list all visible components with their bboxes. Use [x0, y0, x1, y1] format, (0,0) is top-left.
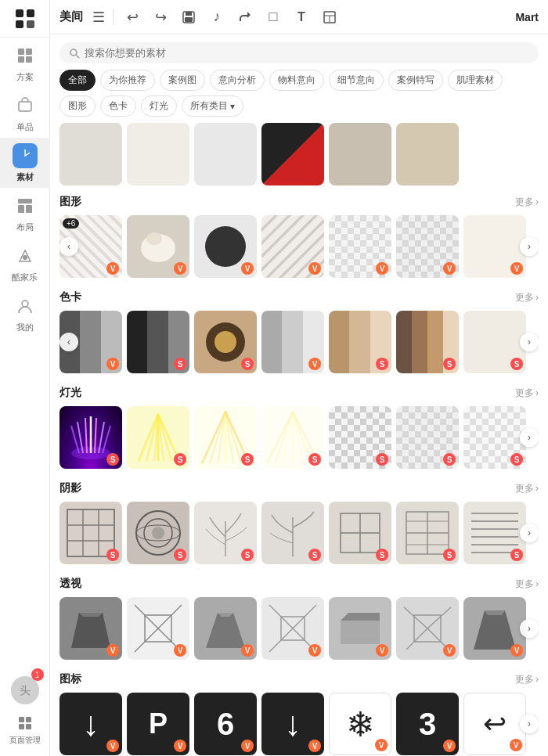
section-shape-more[interactable]: 更多 ›: [515, 196, 539, 209]
color-item-7[interactable]: S: [463, 311, 526, 373]
section-icon-more[interactable]: 更多 ›: [515, 673, 539, 686]
page-mgmt-item[interactable]: 头 1: [0, 670, 50, 711]
light-item-4[interactable]: S: [261, 406, 324, 469]
svg-rect-17: [19, 717, 24, 722]
svg-rect-11: [18, 205, 24, 213]
tag-intent[interactable]: 意向分析: [210, 70, 265, 91]
preview-thumb-1[interactable]: [59, 123, 122, 185]
text-button[interactable]: T: [290, 6, 312, 28]
light-item-6[interactable]: S: [396, 406, 459, 469]
persp-item-5[interactable]: V: [329, 597, 391, 660]
sidebar-item-page-mgmt[interactable]: 页面管理: [0, 711, 50, 750]
sidebar-item-product[interactable]: 单品: [0, 88, 50, 138]
svg-point-13: [23, 255, 27, 260]
sidebar-item-material[interactable]: 素材: [0, 138, 50, 188]
badge-v: V: [241, 644, 254, 657]
tag-light[interactable]: 灯光: [141, 95, 177, 117]
share-button[interactable]: [234, 6, 256, 28]
tag-color[interactable]: 色卡: [100, 95, 136, 117]
color-nav-right[interactable]: ›: [520, 333, 539, 351]
light-nav-right[interactable]: ›: [520, 428, 539, 447]
redo-button[interactable]: ↪: [150, 6, 171, 28]
persp-item-1[interactable]: V: [59, 597, 122, 660]
preview-thumb-4[interactable]: [261, 123, 324, 185]
tag-material-intent[interactable]: 物料意向: [269, 70, 324, 91]
shadow-item-4[interactable]: S: [261, 502, 324, 564]
shadow-item-1[interactable]: S: [59, 502, 122, 564]
icon-item-3[interactable]: 6 V: [194, 693, 257, 755]
shape-item-5[interactable]: V: [329, 215, 391, 278]
section-color-more[interactable]: 更多 ›: [515, 291, 539, 304]
persp-item-6[interactable]: V: [396, 597, 459, 660]
persp-item-7[interactable]: V: [463, 597, 526, 660]
color-item-5[interactable]: S: [329, 311, 391, 373]
tag-texture[interactable]: 肌理素材: [448, 70, 503, 91]
color-item-3[interactable]: S: [194, 311, 257, 373]
preview-thumb-5[interactable]: [329, 123, 391, 185]
badge-v: V: [308, 262, 321, 275]
persp-item-3[interactable]: V: [194, 597, 257, 660]
tag-all[interactable]: 全部: [59, 70, 96, 91]
notification-badge: 1: [31, 668, 44, 681]
light-item-5[interactable]: S: [329, 406, 391, 469]
color-item-4[interactable]: V: [261, 311, 324, 373]
icon-item-2[interactable]: P V: [127, 693, 189, 755]
undo-button[interactable]: ↩: [121, 6, 143, 28]
light-item-7[interactable]: S: [463, 406, 526, 469]
svg-rect-23: [185, 17, 193, 22]
sidebar-item-mine[interactable]: 我的: [0, 288, 50, 338]
tag-all-types[interactable]: 所有类目 ▾: [182, 95, 243, 117]
shape-nav-left[interactable]: ‹: [59, 237, 78, 256]
table-button[interactable]: [319, 6, 341, 28]
light-item-1[interactable]: S: [59, 406, 122, 469]
persp-item-2[interactable]: V: [127, 597, 189, 660]
color-item-2[interactable]: S: [127, 311, 189, 373]
sidebar-item-decor[interactable]: 酷家乐: [0, 238, 50, 288]
shadow-item-7[interactable]: S: [463, 502, 526, 564]
frame-button[interactable]: □: [262, 6, 284, 28]
icon-item-1[interactable]: ↓ V: [59, 693, 122, 755]
section-shadow-more[interactable]: 更多 ›: [515, 482, 539, 495]
tag-recommend[interactable]: 为你推荐: [100, 70, 155, 91]
icon-nav-right[interactable]: ›: [520, 715, 539, 733]
shape-item-6[interactable]: V: [396, 215, 459, 278]
content-panel[interactable]: 全部 为你推荐 案例图 意向分析 物料意向 细节意向 案例特写 肌理素材 图形 …: [50, 34, 548, 756]
color-item-6[interactable]: S: [396, 311, 459, 373]
persp-nav-right[interactable]: ›: [520, 619, 539, 638]
shape-item-3[interactable]: V: [194, 215, 257, 278]
shape-nav-right[interactable]: ›: [520, 237, 539, 256]
shadow-item-5[interactable]: S: [329, 502, 391, 564]
save-button[interactable]: [178, 6, 200, 28]
icon-item-4[interactable]: ↓ V: [261, 693, 324, 755]
shape-item-2[interactable]: V: [127, 215, 189, 278]
shadow-item-3[interactable]: S: [194, 502, 257, 564]
shape-item-7[interactable]: V: [463, 215, 526, 278]
preview-thumb-2[interactable]: [127, 123, 189, 185]
icon-item-7[interactable]: ↩ V: [463, 693, 526, 755]
icon-item-6[interactable]: 3 V: [396, 693, 459, 755]
tag-detail-intent[interactable]: 细节意向: [329, 70, 384, 91]
sidebar-item-plan[interactable]: 方案: [0, 38, 50, 88]
shadow-nav-right[interactable]: ›: [520, 524, 539, 542]
tag-shape[interactable]: 图形: [59, 95, 96, 117]
light-item-3[interactable]: S: [194, 406, 257, 469]
icon-item-5[interactable]: ❄ V: [329, 693, 391, 755]
tag-case-copy[interactable]: 案例特写: [388, 70, 443, 91]
shadow-item-2[interactable]: S: [127, 502, 189, 564]
search-input[interactable]: [85, 47, 529, 59]
persp-item-4[interactable]: V: [261, 597, 324, 660]
sidebar-item-layout[interactable]: 布局: [0, 188, 50, 238]
tag-case[interactable]: 案例图: [160, 70, 205, 91]
music-button[interactable]: ♪: [206, 6, 228, 28]
preview-thumb-6[interactable]: [396, 123, 459, 185]
badge-s: S: [308, 549, 321, 561]
shape-item-4[interactable]: V: [261, 215, 324, 278]
light-item-2[interactable]: S: [127, 406, 189, 469]
shadow-item-6[interactable]: S: [396, 502, 459, 564]
search-wrap[interactable]: [59, 42, 539, 63]
section-light-more[interactable]: 更多 ›: [515, 387, 539, 400]
section-perspective-more[interactable]: 更多 ›: [515, 578, 539, 591]
color-nav-left[interactable]: ‹: [59, 333, 78, 351]
menu-icon[interactable]: ☰: [92, 9, 105, 26]
preview-thumb-3[interactable]: [194, 123, 257, 185]
